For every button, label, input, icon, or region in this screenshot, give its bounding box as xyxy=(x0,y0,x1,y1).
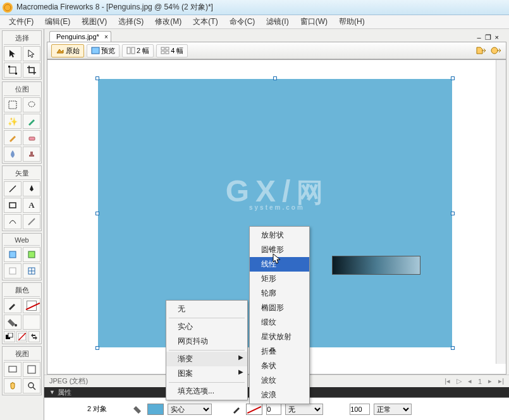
lasso-tool[interactable] xyxy=(23,97,40,112)
menu-edit[interactable]: 编辑(E) xyxy=(40,15,75,28)
stroke-width-input[interactable] xyxy=(266,404,281,415)
gradient-rectangle-object[interactable] xyxy=(332,256,420,275)
menu-select[interactable]: 选择(S) xyxy=(113,15,149,28)
frame-first-icon[interactable]: |◂ xyxy=(445,377,450,385)
fill-color-picker[interactable] xyxy=(4,315,21,330)
selection-handle[interactable] xyxy=(451,76,455,80)
menu-view[interactable]: 视图(V) xyxy=(77,15,112,28)
hotspot-tool[interactable] xyxy=(4,247,21,262)
view-original-button[interactable]: 原始 xyxy=(51,44,84,57)
stroke-type-select[interactable]: 无 xyxy=(285,404,323,415)
fill-type-select[interactable]: 实心 xyxy=(168,404,212,415)
stroke-tool-icon[interactable] xyxy=(232,405,242,414)
menu-help[interactable]: 帮助(H) xyxy=(334,15,370,28)
menu-item-rectangle[interactable]: 矩形 xyxy=(250,272,309,286)
menu-item-folds[interactable]: 折叠 xyxy=(250,344,309,359)
opacity-input[interactable] xyxy=(350,404,370,415)
eraser-tool[interactable] xyxy=(23,130,40,145)
rectangle-tool[interactable] xyxy=(4,198,21,213)
doc-close-icon[interactable]: × xyxy=(495,33,499,42)
menu-item-web-dither[interactable]: 网页抖动 xyxy=(166,334,247,349)
menu-filters[interactable]: 滤镜(I) xyxy=(261,15,293,28)
text-tool[interactable]: A xyxy=(23,198,40,213)
menu-item-satin[interactable]: 缎纹 xyxy=(250,315,309,330)
no-color-button[interactable] xyxy=(16,331,28,342)
menu-commands[interactable]: 命令(C) xyxy=(224,15,261,28)
blur-tool[interactable] xyxy=(4,147,21,162)
quick-export-icon[interactable] xyxy=(489,45,502,56)
fill-swatch[interactable] xyxy=(147,404,164,415)
hand-tool[interactable] xyxy=(4,378,21,393)
menu-item-gradient[interactable]: 渐变▶ xyxy=(166,352,247,366)
full-screen-button[interactable] xyxy=(23,362,40,377)
selection-handle[interactable] xyxy=(451,212,455,215)
zoom-tool[interactable] xyxy=(23,378,40,393)
doc-restore-icon[interactable]: ❐ xyxy=(485,33,491,42)
collapse-triangle-icon[interactable]: ▼ xyxy=(49,389,55,395)
menu-item-cone[interactable]: 圆锥形 xyxy=(250,243,309,257)
doc-minimize-icon[interactable]: – xyxy=(477,33,481,42)
knife-tool[interactable] xyxy=(23,214,40,229)
frame-last-icon[interactable]: ▸| xyxy=(498,377,504,385)
blend-mode-select[interactable]: 正常 xyxy=(374,404,412,415)
fill-color-swatch[interactable] xyxy=(23,315,40,330)
stroke-swatch[interactable] xyxy=(246,404,262,415)
selection-handle[interactable] xyxy=(451,346,455,350)
menu-item-pattern[interactable]: 图案▶ xyxy=(166,366,247,381)
menu-file[interactable]: 文件(F) xyxy=(4,15,39,28)
view-2up-button[interactable]: 2 幅 xyxy=(122,44,154,57)
default-colors-button[interactable] xyxy=(4,331,15,342)
document-tab-label: Penguins.jpg* xyxy=(56,33,99,40)
fill-tool-icon[interactable] xyxy=(133,405,144,414)
show-slices-button[interactable] xyxy=(23,263,40,279)
frame-play-icon[interactable]: ▷ xyxy=(457,377,462,385)
selection-handle[interactable] xyxy=(95,212,99,215)
rubber-stamp-tool[interactable] xyxy=(23,147,40,162)
document-tab[interactable]: Penguins.jpg* × xyxy=(49,31,111,42)
stroke-color-swatch[interactable] xyxy=(23,298,40,313)
selection-handle[interactable] xyxy=(95,346,99,350)
marquee-tool[interactable] xyxy=(4,97,21,112)
standard-screen-button[interactable] xyxy=(4,362,21,377)
crop-tool[interactable] xyxy=(23,63,40,78)
slice-tool[interactable] xyxy=(23,247,40,262)
frame-next-icon[interactable]: ▸ xyxy=(488,377,492,385)
menu-item-starburst[interactable]: 星状放射 xyxy=(250,330,309,344)
menu-item-ripples[interactable]: 波纹 xyxy=(250,373,309,388)
menu-item-radial[interactable]: 放射状 xyxy=(250,228,309,243)
menu-text[interactable]: 文本(T) xyxy=(188,15,223,28)
menu-item-ellipse[interactable]: 椭圆形 xyxy=(250,301,309,315)
export-wizard-icon[interactable] xyxy=(474,45,487,56)
vertical-scrollbar[interactable] xyxy=(496,60,506,364)
svg-rect-31 xyxy=(161,51,164,54)
menu-item-linear[interactable]: 线性 xyxy=(250,257,309,272)
magic-wand-tool[interactable]: ✨ xyxy=(4,114,21,129)
scale-tool[interactable] xyxy=(4,63,21,78)
view-preview-button[interactable]: 预览 xyxy=(87,44,120,57)
pen-tool[interactable] xyxy=(23,181,40,196)
toolbox-vector-header: 矢量 xyxy=(4,167,40,180)
menu-modify[interactable]: 修改(M) xyxy=(150,15,187,28)
menu-item-bars[interactable]: 条状 xyxy=(250,359,309,373)
freeform-tool[interactable] xyxy=(4,214,21,229)
close-tab-icon[interactable]: × xyxy=(104,33,108,40)
brush-tool[interactable] xyxy=(23,114,40,129)
menu-item-solid[interactable]: 实心 xyxy=(166,320,247,334)
hide-slices-button[interactable] xyxy=(4,263,21,279)
view-4up-button[interactable]: 4 幅 xyxy=(156,44,188,57)
stroke-color-picker[interactable] xyxy=(4,298,21,313)
menu-item-none[interactable]: 无 xyxy=(166,302,247,316)
swap-colors-button[interactable] xyxy=(28,331,40,342)
subselect-tool[interactable] xyxy=(23,46,40,61)
pointer-tool[interactable] xyxy=(4,46,21,61)
line-tool[interactable] xyxy=(4,181,21,196)
frame-prev-icon[interactable]: ◂ xyxy=(468,377,472,385)
menu-item-fill-options[interactable]: 填充选项... xyxy=(166,384,247,399)
selection-handle[interactable] xyxy=(95,76,99,80)
pencil-tool[interactable] xyxy=(4,130,21,145)
svg-rect-10 xyxy=(9,203,16,208)
selection-handle[interactable] xyxy=(273,76,277,80)
menu-window[interactable]: 窗口(W) xyxy=(295,15,333,28)
menu-item-contour[interactable]: 轮廓 xyxy=(250,286,309,301)
menu-item-waves[interactable]: 波浪 xyxy=(250,388,309,402)
